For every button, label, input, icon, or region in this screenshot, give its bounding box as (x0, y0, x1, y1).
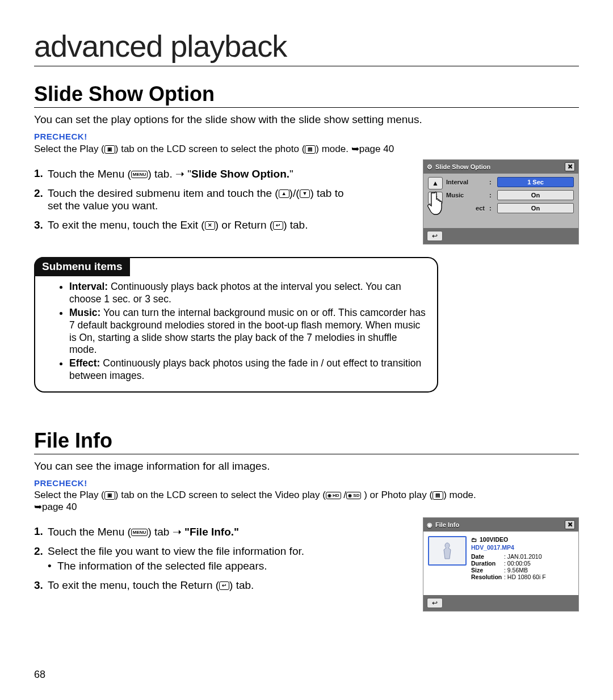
file-size: Size9.56MB (471, 567, 574, 574)
return-icon: ↩ (273, 221, 283, 230)
lcd-slideshow: ⚙ Slide Show Option ✕ ▲ ▼ Interval: 1 Se… (423, 159, 579, 244)
lcd-title: Slide Show Option (435, 163, 490, 170)
submenu-effect: Effect: Continuously plays back photos u… (69, 357, 427, 382)
file-folder: 🗀 100VIDEO (471, 536, 574, 543)
lcd-option-row[interactable]: Interval: 1 Sec (446, 177, 574, 187)
submenu-items-box: Submenu items Interval: Continuously pla… (34, 257, 438, 393)
folder-icon: 🗀 (471, 536, 477, 543)
menu-icon: MENU (131, 171, 148, 178)
lcd-return-button[interactable]: ↩ (427, 231, 443, 241)
precheck-text-1: Select the Play (▣) tab on the LCD scree… (34, 143, 579, 155)
file-date: DateJAN.01.2010 (471, 553, 574, 560)
lcd-return-button[interactable]: ↩ (427, 598, 443, 608)
lcd-close-button[interactable]: ✕ (565, 162, 575, 171)
photo-icon: ▤ (305, 145, 316, 154)
lcd-up-button[interactable]: ▲ (428, 177, 443, 189)
section-fileinfo-heading: File Info (34, 429, 579, 454)
page-number: 68 (34, 669, 45, 681)
close-icon: ✕ (205, 221, 215, 230)
menu-icon: MENU (131, 529, 148, 536)
video-hd-icon: ◉ HD (326, 492, 341, 499)
precheck-label: PRECHECK! (34, 478, 87, 488)
lcd-option-row[interactable]: ect: On (446, 203, 574, 213)
lcd-option-row[interactable]: Music: On (446, 190, 574, 200)
gear-icon: ⚙ (427, 163, 433, 171)
photo-icon: ▤ (433, 491, 443, 500)
precheck-text-2: Select the Play (▣) tab on the LCD scree… (34, 490, 579, 513)
play-circle-icon: ◉ (427, 521, 433, 529)
fileinfo-lead: You can see the image information for al… (34, 460, 579, 473)
play-icon: ▣ (104, 491, 115, 500)
play-icon: ▣ (104, 145, 115, 154)
down-icon: ▼ (300, 189, 310, 198)
lcd-fileinfo: ◉ File Info ✕ 🗀 100VIDEO HDV_0017.MP4 Da… (423, 517, 579, 612)
precheck-label: PRECHECK! (34, 132, 87, 141)
file-resolution: ResolutionHD 1080 60i F (471, 574, 574, 580)
submenu-interval: Interval: Continuously plays back photos… (69, 281, 427, 306)
file-thumbnail[interactable] (428, 536, 467, 566)
chapter-title: advanced playback (34, 28, 579, 66)
slideshow-lead: You can set the play options for the sli… (34, 113, 579, 126)
file-name: HDV_0017.MP4 (471, 544, 574, 551)
submenu-music: Music: You can turn the internal backgro… (69, 307, 427, 357)
up-icon: ▲ (279, 189, 289, 198)
lcd-title: File Info (435, 521, 459, 528)
section-slideshow-heading: Slide Show Option (34, 82, 579, 108)
return-icon: ↩ (219, 581, 229, 590)
fileinfo-steps: 1. Touch the Menu (MENU) tab ➝ "File Inf… (34, 525, 352, 592)
video-sd-icon: ◉ SD (346, 492, 361, 499)
hand-pointer-icon (427, 189, 450, 218)
file-duration: Duration00:00:05 (471, 560, 574, 567)
submenu-title: Submenu items (34, 257, 130, 276)
slideshow-steps: 1. Touch the Menu (MENU) tab. ➝ "Slide S… (34, 167, 352, 231)
lcd-close-button[interactable]: ✕ (565, 520, 575, 529)
